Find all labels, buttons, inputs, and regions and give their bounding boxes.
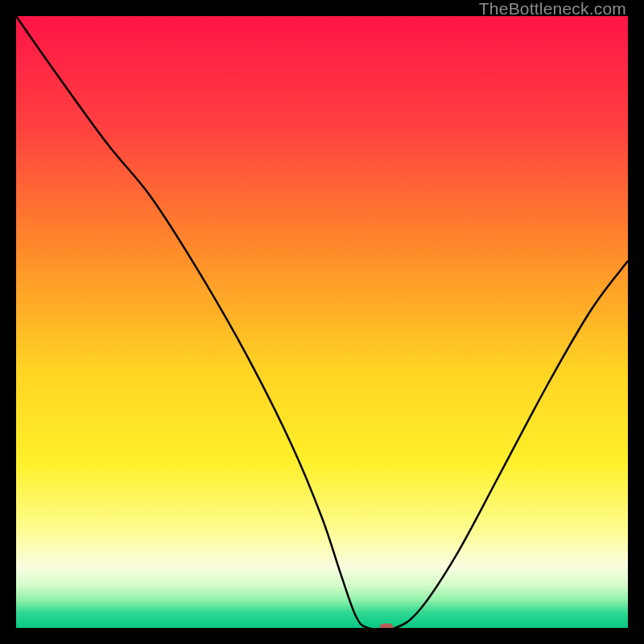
watermark-label: TheBottleneck.com <box>479 0 626 18</box>
bottleneck-curve <box>16 16 628 628</box>
chart-frame: TheBottleneck.com <box>0 0 644 644</box>
plot-area <box>16 16 628 628</box>
curve-path <box>16 16 628 628</box>
optimum-marker <box>379 624 393 629</box>
